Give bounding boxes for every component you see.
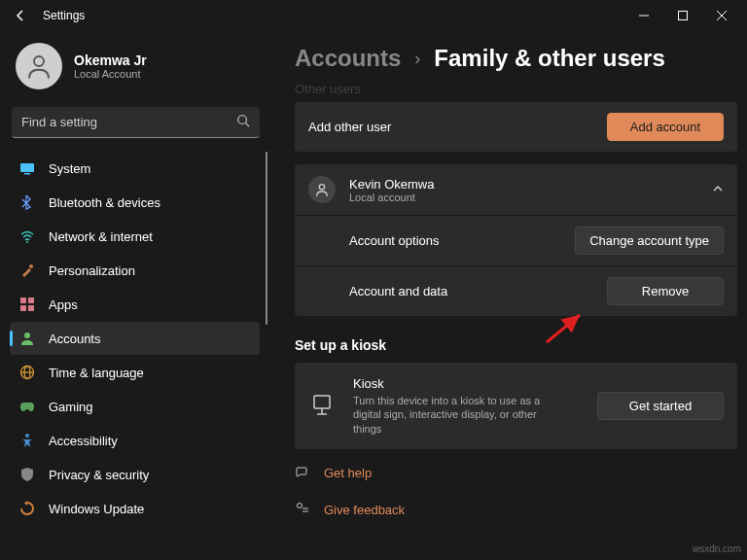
- sidebar-item-label: Personalization: [49, 263, 135, 278]
- sidebar-item-label: Windows Update: [49, 502, 144, 516]
- svg-rect-10: [28, 298, 34, 303]
- sidebar-item-label: Apps: [49, 298, 78, 312]
- sidebar-item-windows-update[interactable]: Windows Update: [10, 492, 260, 525]
- svg-rect-1: [679, 12, 688, 20]
- chevron-up-icon: [712, 181, 724, 198]
- user-expander[interactable]: Kevin Okemwa Local account: [295, 164, 737, 215]
- breadcrumb-root[interactable]: Accounts: [295, 45, 401, 72]
- svg-point-8: [29, 264, 33, 268]
- maximize-button[interactable]: [663, 2, 702, 29]
- account-options-label: Account options: [349, 233, 440, 248]
- main-content: Accounts › Family & other users Other us…: [267, 31, 747, 560]
- person-icon: [24, 52, 53, 81]
- account-options-row: Account options Change account type: [295, 215, 737, 265]
- search-box: [12, 107, 260, 138]
- apps-icon: [19, 297, 35, 312]
- sidebar-item-apps[interactable]: Apps: [10, 288, 260, 321]
- shield-icon: [19, 467, 35, 482]
- page-title: Family & other users: [434, 45, 664, 72]
- scrollbar[interactable]: [266, 152, 267, 325]
- sidebar-item-time-language[interactable]: Time & language: [10, 356, 260, 389]
- chevron-right-icon: ›: [414, 49, 420, 69]
- close-button[interactable]: [702, 2, 741, 29]
- sidebar-item-label: Accounts: [49, 332, 100, 346]
- sidebar-item-label: Accessibility: [49, 434, 118, 448]
- sidebar-item-system[interactable]: System: [10, 152, 260, 185]
- svg-rect-5: [20, 163, 34, 172]
- minimize-button[interactable]: [624, 2, 663, 29]
- get-started-button[interactable]: Get started: [597, 392, 724, 420]
- svg-rect-9: [20, 298, 26, 303]
- close-icon: [717, 11, 727, 20]
- svg-point-18: [319, 185, 324, 190]
- sidebar-item-label: Privacy & security: [49, 468, 149, 482]
- update-icon: [19, 501, 35, 516]
- svg-rect-12: [28, 305, 34, 311]
- svg-point-22: [298, 503, 302, 508]
- profile-sub: Local Account: [74, 68, 147, 80]
- sidebar: Okemwa Jr Local Account SystemBluetooth …: [0, 31, 267, 560]
- add-user-row: Add other user Add account: [295, 102, 737, 152]
- breadcrumb: Accounts › Family & other users: [295, 45, 737, 72]
- section-heading-cut: Other users: [295, 82, 737, 96]
- arrow-left-icon: [13, 8, 28, 23]
- help-icon: [295, 464, 310, 483]
- wifi-icon: [19, 228, 35, 244]
- svg-line-4: [246, 123, 250, 127]
- sidebar-item-label: Gaming: [49, 400, 93, 414]
- bluetooth-icon: [19, 194, 35, 210]
- search-input[interactable]: [12, 107, 260, 138]
- sidebar-item-label: Time & language: [49, 366, 144, 380]
- sidebar-item-bluetooth-devices[interactable]: Bluetooth & devices: [10, 186, 260, 219]
- game-icon: [19, 399, 35, 414]
- user-name: Kevin Okemwa: [349, 177, 434, 192]
- kiosk-heading: Set up a kiosk: [295, 337, 737, 353]
- minimize-icon: [639, 11, 649, 20]
- give-feedback-link[interactable]: Give feedback: [324, 503, 405, 517]
- help-link-row: Get help: [295, 461, 737, 486]
- sidebar-item-label: Bluetooth & devices: [49, 195, 160, 210]
- watermark: wsxdn.com: [693, 543, 741, 554]
- sidebar-item-privacy-security[interactable]: Privacy & security: [10, 458, 260, 491]
- back-button[interactable]: [6, 1, 35, 30]
- search-icon: [236, 114, 250, 131]
- sidebar-item-gaming[interactable]: Gaming: [10, 390, 260, 423]
- nav-list: SystemBluetooth & devicesNetwork & inter…: [10, 152, 267, 525]
- profile-name: Okemwa Jr: [74, 52, 147, 68]
- access-icon: [19, 433, 35, 448]
- feedback-icon: [295, 501, 310, 520]
- account-data-row: Account and data Remove: [295, 265, 737, 316]
- kiosk-title: Kiosk: [353, 376, 557, 391]
- sidebar-item-accounts[interactable]: Accounts: [10, 322, 260, 355]
- user-avatar: [308, 176, 336, 203]
- add-user-label: Add other user: [308, 120, 391, 134]
- kiosk-card: Kiosk Turn this device into a kiosk to u…: [295, 363, 737, 449]
- feedback-link-row: Give feedback: [295, 498, 737, 523]
- kiosk-icon: [308, 395, 336, 416]
- svg-point-7: [26, 241, 28, 243]
- system-icon: [19, 160, 35, 176]
- sidebar-item-label: System: [49, 161, 90, 176]
- window-title: Settings: [43, 9, 85, 22]
- brush-icon: [19, 262, 35, 278]
- sidebar-item-label: Network & internet: [49, 229, 153, 244]
- user-sub: Local account: [349, 192, 434, 203]
- svg-point-13: [24, 332, 30, 338]
- avatar: [16, 43, 62, 89]
- sidebar-item-accessibility[interactable]: Accessibility: [10, 424, 260, 457]
- sidebar-item-network-internet[interactable]: Network & internet: [10, 220, 260, 253]
- get-help-link[interactable]: Get help: [324, 466, 372, 480]
- remove-button[interactable]: Remove: [607, 277, 724, 305]
- sidebar-item-personalization[interactable]: Personalization: [10, 254, 260, 287]
- svg-point-2: [34, 56, 44, 66]
- profile-block[interactable]: Okemwa Jr Local Account: [10, 39, 267, 107]
- person-icon: [314, 182, 330, 197]
- account-data-label: Account and data: [349, 284, 447, 298]
- add-account-button[interactable]: Add account: [607, 113, 724, 141]
- person-icon: [19, 331, 35, 346]
- svg-rect-11: [20, 305, 26, 311]
- svg-point-3: [238, 116, 247, 124]
- maximize-icon: [678, 11, 688, 20]
- change-account-type-button[interactable]: Change account type: [575, 227, 724, 255]
- svg-rect-19: [314, 396, 330, 408]
